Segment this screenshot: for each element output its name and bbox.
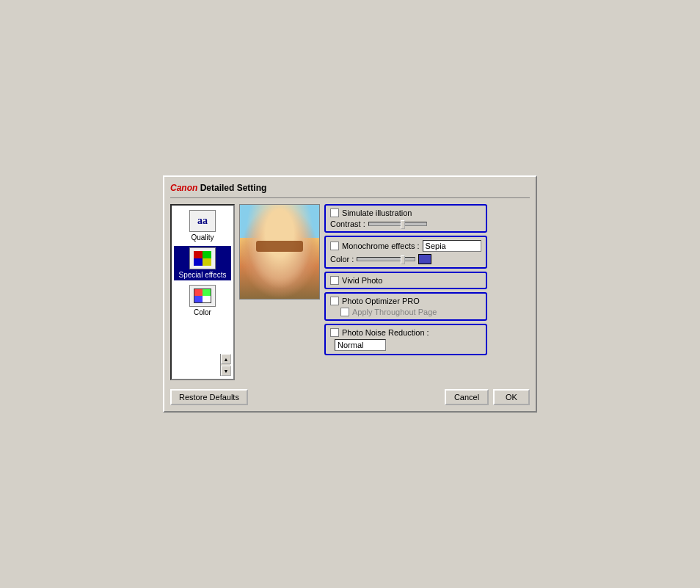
scroll-up-button[interactable]: ▲: [221, 354, 231, 364]
special-effects-icon-box: [189, 247, 216, 269]
sidebar-scrollbar: ▲ ▼: [220, 354, 230, 376]
photo-preview: [239, 204, 320, 300]
monochrome-row: Monochrome effects : Sepia None Blue Pur…: [330, 240, 481, 252]
photo-optimizer-section: Photo Optimizer PRO Apply Throughout Pag…: [324, 292, 487, 321]
main-dialog: Canon Detailed Setting aa Quality Specia…: [163, 175, 537, 413]
apply-throughout-row: Apply Throughout Page: [330, 308, 481, 316]
simulate-illustration-label: Simulate illustration: [342, 208, 412, 217]
quality-icon: aa: [197, 216, 208, 226]
quality-icon-box: aa: [189, 210, 216, 232]
dialog-title: Canon Detailed Setting: [170, 183, 530, 198]
contrast-label: Contrast :: [330, 219, 365, 228]
sidebar-item-quality[interactable]: aa Quality: [174, 208, 231, 243]
color-icon: [194, 288, 211, 303]
contrast-slider-thumb[interactable]: [401, 220, 405, 229]
sidebar: aa Quality Special effects: [170, 204, 235, 380]
color-label-text: Color :: [330, 255, 354, 264]
monochrome-section: Monochrome effects : Sepia None Blue Pur…: [324, 236, 487, 269]
special-effects-label: Special effects: [179, 271, 227, 279]
sidebar-item-color[interactable]: Color: [174, 283, 231, 318]
vivid-photo-label: Vivid Photo: [342, 276, 382, 285]
brand-name: Canon: [170, 183, 197, 193]
sunglasses-overlay: [256, 241, 304, 252]
color-slider-track[interactable]: [357, 257, 415, 261]
cancel-button[interactable]: Cancel: [445, 389, 489, 405]
apply-throughout-checkbox[interactable]: [340, 308, 349, 316]
monochrome-checkbox[interactable]: [330, 242, 339, 250]
photo-optimizer-label: Photo Optimizer PRO: [342, 297, 420, 305]
preview-and-options: Simulate illustration Contrast : Monochr…: [239, 204, 487, 380]
contrast-row: Contrast :: [330, 219, 481, 228]
photo-optimizer-checkbox[interactable]: [330, 297, 339, 305]
monochrome-label: Monochrome effects :: [342, 242, 420, 250]
photo-noise-dropdown[interactable]: Normal Low High: [335, 339, 386, 351]
photo-noise-section: Photo Noise Reduction : Normal Low High: [324, 324, 487, 355]
simulate-illustration-checkbox[interactable]: [330, 208, 339, 217]
footer-right-buttons: Cancel OK: [445, 389, 530, 405]
photo-noise-row: Photo Noise Reduction :: [330, 328, 481, 337]
dialog-body: aa Quality Special effects: [170, 204, 530, 380]
sidebar-item-special-effects[interactable]: Special effects: [174, 246, 231, 280]
contrast-slider-track[interactable]: [368, 222, 427, 226]
simulate-illustration-section: Simulate illustration Contrast :: [324, 204, 487, 233]
dialog-footer: Restore Defaults Cancel OK: [170, 386, 530, 405]
color-label: Color: [194, 308, 211, 316]
vivid-photo-row: Vivid Photo: [330, 276, 481, 285]
color-icon-box: [189, 285, 216, 307]
special-effects-icon: [194, 251, 211, 266]
photo-noise-checkbox[interactable]: [330, 328, 339, 337]
restore-defaults-button[interactable]: Restore Defaults: [170, 389, 248, 405]
simulate-illustration-row: Simulate illustration: [330, 208, 481, 217]
vivid-photo-checkbox[interactable]: [330, 276, 339, 285]
right-options-panel: Simulate illustration Contrast : Monochr…: [324, 204, 487, 355]
color-row: Color :: [330, 254, 481, 264]
ok-button[interactable]: OK: [493, 389, 530, 405]
photo-child-image: [240, 205, 319, 299]
photo-noise-dropdown-wrapper: Normal Low High: [335, 339, 386, 351]
apply-throughout-label: Apply Throughout Page: [352, 308, 437, 316]
quality-label: Quality: [191, 233, 214, 242]
color-swatch: [418, 254, 431, 264]
vivid-photo-section: Vivid Photo: [324, 272, 487, 289]
scroll-down-button[interactable]: ▼: [221, 366, 231, 376]
photo-noise-dropdown-row: Normal Low High: [330, 339, 481, 351]
photo-optimizer-row: Photo Optimizer PRO: [330, 297, 481, 305]
dialog-title-text: Detailed Setting: [197, 183, 266, 193]
monochrome-dropdown[interactable]: Sepia None Blue Purple Green: [423, 240, 481, 252]
photo-noise-label: Photo Noise Reduction :: [342, 328, 429, 337]
color-slider-thumb[interactable]: [401, 255, 405, 264]
monochrome-dropdown-wrapper: Sepia None Blue Purple Green: [423, 240, 481, 252]
